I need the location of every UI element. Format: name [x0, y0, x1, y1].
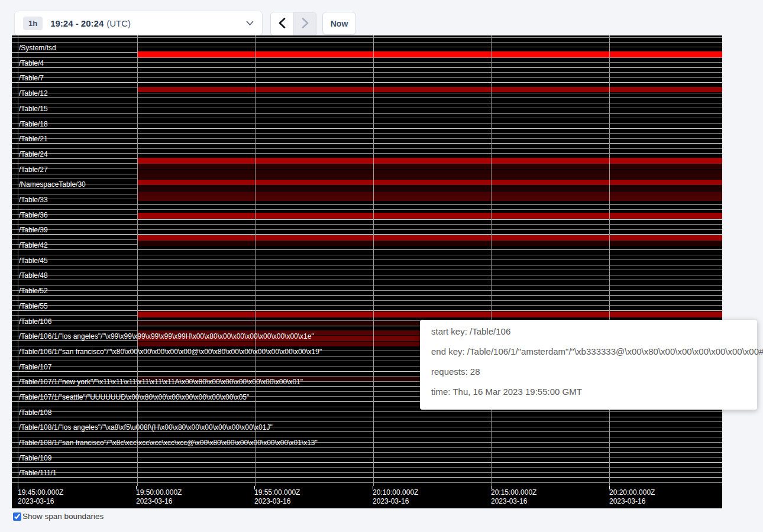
axis-tick-date: 2023-03-16 — [491, 497, 527, 505]
show-span-boundaries-checkbox[interactable] — [13, 512, 21, 521]
span-boundary-line — [12, 98, 722, 98]
grid-row-line — [12, 290, 722, 291]
show-span-boundaries-label[interactable]: Show span boundaries — [22, 512, 104, 521]
grid-row-line — [12, 123, 722, 124]
now-button[interactable]: Now — [322, 12, 356, 35]
span-label: /Table/4 — [19, 60, 44, 67]
heat-band[interactable] — [137, 174, 722, 179]
time-nav-group — [270, 12, 317, 36]
grid-row-line — [12, 138, 722, 139]
axis-tick-time: 19:55:00.000Z — [254, 488, 300, 497]
grid-row-line — [12, 437, 722, 437]
span-label: /Table/27 — [19, 166, 48, 174]
span-boundary-line — [12, 310, 722, 311]
grid-row-line — [12, 229, 722, 230]
axis-tick-time: 20:10:00.000Z — [373, 488, 418, 497]
grid-row-line — [12, 472, 722, 473]
tooltip-requests: requests: 28 — [431, 367, 757, 376]
heat-band[interactable] — [137, 213, 722, 219]
heat-band[interactable] — [137, 312, 722, 317]
grid-row-line — [12, 72, 722, 73]
span-label: /Table/21 — [19, 135, 48, 143]
previous-interval-button[interactable] — [271, 12, 293, 35]
tooltip-start-key: start key: /Table/106 — [431, 327, 757, 336]
axis-tick-date: 2023-03-16 — [136, 497, 172, 505]
heat-band[interactable] — [137, 180, 722, 185]
grid-row-line — [12, 270, 722, 270]
chevron-down-icon — [246, 21, 254, 26]
grid-row-line — [12, 457, 722, 458]
span-label: /Table/106/1/"san francisco"/"\x80\x00\x… — [19, 348, 322, 356]
grid-row-line — [12, 93, 722, 93]
grid-row-line — [12, 209, 722, 210]
span-boundary-line — [12, 143, 722, 144]
grid-row-line — [12, 275, 722, 275]
grid-column-line — [255, 35, 256, 486]
span-boundary-line — [12, 204, 722, 205]
grid-row-line — [12, 259, 722, 260]
axis-tick-date: 2023-03-16 — [254, 497, 290, 505]
heat-band[interactable] — [137, 241, 722, 246]
axis-tick-time: 19:45:00.000Z — [18, 488, 63, 497]
span-label: /System/tsd — [19, 44, 56, 52]
span-label: /Table/12 — [19, 90, 48, 98]
span-boundary-line — [12, 265, 722, 265]
span-boundary-line — [12, 67, 722, 68]
grid-row-line — [12, 62, 722, 63]
next-interval-button[interactable] — [293, 12, 316, 35]
span-label: /Table/45 — [19, 257, 48, 265]
grid-row-line — [12, 421, 722, 422]
grid-row-line — [12, 148, 722, 149]
heat-band[interactable] — [137, 158, 722, 164]
span-label: /Table/7 — [19, 74, 44, 82]
heatmap-tooltip: start key: /Table/106 end key: /Table/10… — [420, 320, 757, 410]
span-boundary-line — [12, 477, 722, 478]
axis-tick-date: 2023-03-16 — [373, 497, 409, 505]
span-boundary-line — [12, 447, 722, 447]
heat-band[interactable] — [137, 186, 722, 191]
heat-band[interactable] — [137, 51, 722, 57]
grid-column-line — [609, 35, 610, 486]
grid-row-line — [12, 42, 722, 43]
grid-row-line — [12, 224, 722, 225]
heat-band[interactable] — [137, 170, 722, 174]
span-label: /Table/18 — [19, 121, 48, 128]
span-label: /Table/108/1/"los angeles"/"\xa8\xf5\u00… — [19, 424, 273, 432]
heat-band[interactable] — [137, 87, 722, 92]
grid-row-line — [12, 482, 722, 483]
span-label: /Table/111/1 — [19, 469, 57, 477]
span-boundary-line — [12, 280, 722, 280]
time-range-selector[interactable]: 1h 19:24 - 20:24 (UTC) — [14, 11, 263, 36]
time-range-text: 19:24 - 20:24 — [50, 18, 104, 28]
span-boundary-line — [12, 128, 722, 129]
grid-column-line — [491, 35, 492, 486]
grid-row-line — [12, 305, 722, 306]
axis-tick-time: 19:50:00.000Z — [136, 488, 182, 497]
heat-band[interactable] — [137, 235, 722, 241]
span-boundary-line — [12, 295, 722, 296]
heat-band[interactable] — [137, 164, 722, 169]
span-boundary-line — [12, 462, 722, 463]
span-label: /Table/33 — [19, 196, 48, 204]
span-boundary-line — [12, 432, 722, 432]
grid-row-line — [12, 108, 722, 108]
grid-row-line — [12, 285, 722, 286]
span-label: /Table/55 — [19, 303, 48, 310]
span-label: /Table/39 — [19, 226, 48, 234]
span-label: /Table/107/1/"new york"/"\x11\x11\x11\x1… — [19, 378, 303, 386]
span-label: /Table/42 — [19, 242, 48, 249]
chevron-right-icon — [302, 18, 309, 30]
grid-row-line — [12, 300, 722, 301]
span-boundary-line — [12, 113, 722, 113]
span-label: /Table/52 — [19, 287, 48, 295]
span-label: /Table/36 — [19, 212, 48, 219]
span-label: /Table/106/1/"los angeles"/"\x99\x99\x99… — [19, 333, 314, 340]
grid-row-line — [12, 411, 722, 412]
heat-band[interactable] — [137, 196, 722, 201]
span-label: /Table/108 — [19, 409, 51, 417]
time-range-timezone: (UTC) — [106, 18, 131, 28]
grid-column-line — [137, 35, 138, 486]
heatmap[interactable]: start key: /Table/106 end key: /Table/10… — [12, 35, 722, 508]
grid-row-line — [12, 153, 722, 154]
heat-band[interactable] — [137, 192, 722, 196]
